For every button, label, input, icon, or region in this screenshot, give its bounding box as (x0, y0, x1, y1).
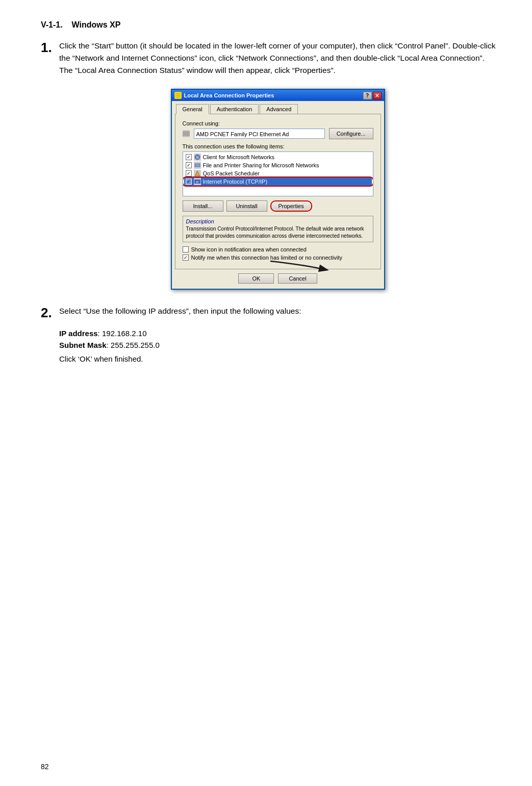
svg-text:IP: IP (196, 181, 199, 184)
cancel-button[interactable]: Cancel (278, 273, 317, 284)
help-button[interactable]: ? (363, 92, 372, 99)
screenshot-wrapper: Local Area Connection Properties ? ✕ Gen… (59, 89, 496, 290)
page-container: V-1-1. Windows XP 1. Click the “Start” b… (41, 20, 496, 363)
item-icon-3: IP (194, 178, 201, 185)
details-block: IP address: 192.168.2.10 Subnet Mask: 25… (59, 329, 496, 363)
connect-using-row: Connect using: AMD PCNET Family PCI Ethe… (183, 120, 373, 139)
dialog-icon (174, 92, 182, 99)
adapter-icon (183, 130, 190, 137)
section-number: V-1-1. (41, 20, 63, 29)
list-item-3[interactable]: IP Internet Protocol (TCP/IP) (184, 178, 372, 186)
adapter-row: AMD PCNET Family PCI Ethernet Ad Configu… (183, 128, 373, 139)
svg-marker-8 (195, 171, 200, 176)
checkbox-row-2: Notify me when this connection has limit… (183, 255, 373, 261)
configure-button[interactable]: Configure... (329, 128, 373, 139)
list-item-label-0: Client for Microsoft Networks (203, 154, 275, 160)
page-number: 82 (41, 763, 49, 771)
subnet-mask-label: Subnet Mask (59, 341, 107, 349)
install-button[interactable]: Install... (183, 200, 223, 212)
show-icon-label: Show icon in notification area when conn… (191, 246, 307, 252)
step1-number: 1. (41, 40, 55, 56)
titlebar-buttons: ? ✕ (363, 92, 382, 99)
section-title: Windows XP (71, 20, 120, 29)
checkbox-3[interactable] (186, 179, 192, 185)
dialog-titlebar: Local Area Connection Properties ? ✕ (172, 90, 384, 101)
ip-address-value: : 192.168.2.10 (98, 329, 147, 338)
checkbox-row-1: Show icon in notification area when conn… (183, 246, 373, 252)
step1-container: 1. Click the “Start” button (it should b… (41, 40, 496, 77)
description-box: Description Transmission Control Protoco… (183, 216, 373, 242)
list-item-label-3: Internet Protocol (TCP/IP) (203, 179, 268, 185)
xp-dialog: Local Area Connection Properties ? ✕ Gen… (171, 89, 385, 290)
svg-rect-4 (184, 133, 188, 135)
ip-address-label: IP address (59, 329, 98, 338)
connection-items-label: This connection uses the following items… (183, 143, 373, 149)
install-row: Install... Uninstall Properties (183, 200, 373, 212)
notify-label: Notify me when this connection has limit… (191, 255, 343, 261)
dialog-container: Local Area Connection Properties ? ✕ Gen… (171, 89, 385, 290)
notify-checkbox[interactable] (183, 255, 189, 261)
subnet-mask-value: : 255.255.255.0 (107, 341, 160, 349)
svg-text:N: N (196, 156, 198, 159)
connection-items-listbox[interactable]: N Client for Microsoft Networks File and… (183, 151, 373, 196)
list-item-label-2: QoS Packet Scheduler (203, 170, 260, 176)
uninstall-button[interactable]: Uninstall (226, 200, 267, 212)
checkbox-2[interactable] (186, 170, 192, 176)
tab-general[interactable]: General (176, 104, 209, 114)
tab-advanced[interactable]: Advanced (260, 104, 298, 114)
tab-content-general: Connect using: AMD PCNET Family PCI Ethe… (175, 114, 381, 269)
step2-number: 2. (41, 305, 55, 321)
dialog-title: Local Area Connection Properties (184, 92, 274, 98)
properties-button[interactable]: Properties (270, 200, 312, 212)
dialog-tabs: General Authentication Advanced (172, 101, 384, 114)
list-item-2[interactable]: QoS Packet Scheduler (184, 169, 372, 178)
titlebar-left: Local Area Connection Properties (174, 92, 274, 99)
click-ok-line: Click ‘OK’ when finished. (59, 354, 496, 363)
adapter-textbox: AMD PCNET Family PCI Ethernet Ad (194, 129, 325, 139)
item-icon-0: N (194, 154, 201, 161)
list-item-0[interactable]: N Client for Microsoft Networks (184, 153, 372, 161)
step2-text: Select “Use the following IP address”, t… (59, 305, 496, 317)
bottom-buttons: OK Cancel (172, 273, 384, 289)
item-icon-2 (194, 170, 201, 177)
click-ok-text: Click ‘OK’ when finished. (59, 354, 143, 363)
close-button[interactable]: ✕ (373, 92, 382, 99)
show-icon-checkbox[interactable] (183, 246, 189, 252)
list-item-label-1: File and Printer Sharing for Microsoft N… (203, 162, 319, 168)
subnet-mask-line: Subnet Mask: 255.255.255.0 (59, 341, 496, 349)
step1-text: Click the “Start” button (it should be l… (59, 40, 496, 77)
svg-rect-7 (195, 164, 200, 167)
connect-using-label: Connect using: (183, 120, 373, 126)
section-heading: V-1-1. Windows XP (41, 20, 496, 30)
connection-items-row: This connection uses the following items… (183, 143, 373, 196)
step2-container: 2. Select “Use the following IP address”… (41, 305, 496, 321)
checkbox-0[interactable] (186, 154, 192, 160)
checkbox-1[interactable] (186, 162, 192, 168)
tab-authentication[interactable]: Authentication (210, 104, 259, 114)
ip-address-line: IP address: 192.168.2.10 (59, 329, 496, 338)
description-text: Transmission Control Protocol/Internet P… (186, 225, 370, 240)
ok-button[interactable]: OK (238, 273, 274, 284)
description-title: Description (186, 218, 370, 224)
list-item-1[interactable]: File and Printer Sharing for Microsoft N… (184, 161, 372, 169)
item-icon-1 (194, 162, 201, 169)
